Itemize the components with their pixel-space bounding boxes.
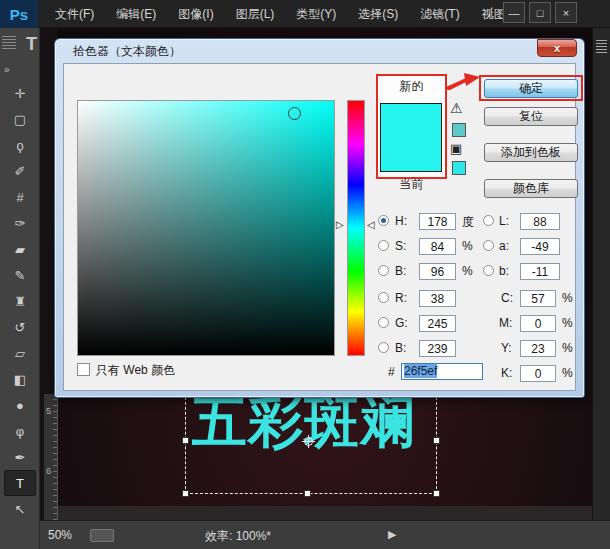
panel-lines-icon[interactable] bbox=[596, 40, 607, 54]
h-input[interactable] bbox=[419, 213, 456, 230]
menu-file[interactable]: 文件(F) bbox=[44, 6, 105, 23]
dialog-close-button[interactable]: x bbox=[537, 39, 577, 57]
k-unit: % bbox=[562, 366, 573, 380]
l-input[interactable] bbox=[520, 213, 560, 230]
menu-filter[interactable]: 滤镜(T) bbox=[409, 6, 470, 23]
history-brush-icon: ↺ bbox=[15, 320, 26, 335]
pen-tool[interactable]: ✒ bbox=[4, 444, 36, 470]
type-tool[interactable]: T bbox=[4, 470, 36, 496]
lab-b-radio[interactable] bbox=[483, 265, 494, 276]
photoshop-logo: Ps bbox=[0, 0, 38, 28]
g-label: G: bbox=[395, 316, 408, 330]
g-input[interactable] bbox=[419, 315, 456, 332]
web-safe-cube-icon[interactable]: ▣ bbox=[450, 141, 462, 156]
color-libraries-button[interactable]: 颜色库 bbox=[484, 179, 578, 198]
paint-bucket-tool[interactable]: ◧ bbox=[4, 366, 36, 392]
eraser-tool[interactable]: ▱ bbox=[4, 340, 36, 366]
lasso-icon: ϙ bbox=[16, 138, 23, 153]
history-brush-tool[interactable]: ↺ bbox=[4, 314, 36, 340]
transform-handle[interactable] bbox=[182, 437, 189, 444]
blur-tool[interactable]: ● bbox=[4, 392, 36, 418]
s-unit: % bbox=[462, 239, 473, 253]
s-label: S: bbox=[395, 239, 406, 253]
b-brightness-radio[interactable] bbox=[378, 265, 389, 276]
maximize-button[interactable]: □ bbox=[529, 2, 551, 23]
web-safe-color-swatch[interactable] bbox=[452, 161, 466, 175]
menu-edit[interactable]: 编辑(E) bbox=[105, 6, 167, 23]
b-blue-radio[interactable] bbox=[378, 342, 389, 353]
new-color-swatch bbox=[381, 104, 441, 138]
close-button[interactable]: × bbox=[555, 2, 577, 23]
y-input[interactable] bbox=[520, 340, 556, 357]
status-bar: 50% 效率: 100%* ▶ bbox=[40, 520, 610, 549]
current-color-swatch[interactable] bbox=[381, 138, 441, 172]
b-blue-label: B: bbox=[395, 341, 406, 355]
lab-b-input[interactable] bbox=[520, 263, 560, 280]
lasso-tool[interactable]: ϙ bbox=[4, 132, 36, 158]
ok-button[interactable]: 确定 bbox=[484, 79, 578, 98]
s-radio[interactable] bbox=[378, 240, 389, 251]
blur-icon: ● bbox=[16, 398, 24, 413]
y-label: Y: bbox=[501, 341, 512, 355]
k-input[interactable] bbox=[520, 365, 556, 382]
b-brightness-input[interactable] bbox=[419, 263, 456, 280]
menu-type[interactable]: 类型(Y) bbox=[285, 6, 347, 23]
y-unit: % bbox=[562, 341, 573, 355]
menu-layer[interactable]: 图层(L) bbox=[225, 6, 286, 23]
status-options-arrow-icon[interactable]: ▶ bbox=[388, 528, 396, 541]
transform-handle[interactable] bbox=[433, 490, 440, 497]
marquee-tool[interactable]: ▢ bbox=[4, 106, 36, 132]
menu-overflow-icon[interactable]: ⋮ bbox=[486, 5, 498, 19]
a-input[interactable] bbox=[520, 238, 560, 255]
quick-selection-tool[interactable]: ✐ bbox=[4, 158, 36, 184]
brush-icon: ✎ bbox=[15, 268, 26, 283]
eyedropper-tool[interactable]: ✑ bbox=[4, 210, 36, 236]
add-to-swatches-button[interactable]: 添加到色板 bbox=[484, 143, 578, 162]
transform-handle[interactable] bbox=[433, 437, 440, 444]
clone-stamp-icon: ♜ bbox=[14, 294, 26, 309]
clone-stamp-tool[interactable]: ♜ bbox=[4, 288, 36, 314]
l-radio[interactable] bbox=[483, 215, 494, 226]
menu-image[interactable]: 图像(I) bbox=[167, 6, 224, 23]
gamut-safe-color-swatch[interactable] bbox=[452, 123, 466, 137]
r-radio[interactable] bbox=[378, 292, 389, 303]
canvas-bottom-band bbox=[58, 506, 610, 520]
zoom-level-field[interactable]: 50% bbox=[48, 528, 72, 542]
panel-collapse-icon[interactable]: » bbox=[4, 64, 10, 75]
move-tool[interactable]: ✛ bbox=[4, 80, 36, 106]
vertical-ruler: 5 6 bbox=[44, 394, 58, 520]
dodge-tool[interactable]: φ bbox=[4, 418, 36, 444]
r-input[interactable] bbox=[419, 290, 456, 307]
ruler-mark: 6 bbox=[46, 466, 51, 476]
healing-brush-tool[interactable]: ▰ bbox=[4, 236, 36, 262]
c-unit: % bbox=[562, 291, 573, 305]
eyedropper-icon: ✑ bbox=[15, 216, 26, 231]
tools-panel: T » ✛ ▢ ϙ ✐ # ✑ ▰ ✎ ♜ ↺ ▱ ◧ ● φ ✒ T ↖ bbox=[0, 28, 40, 549]
efficiency-status: 效率: 100%* bbox=[205, 528, 271, 545]
minimize-button[interactable]: — bbox=[503, 2, 525, 23]
transform-bounding-box[interactable] bbox=[185, 392, 437, 494]
s-input[interactable] bbox=[419, 238, 456, 255]
m-unit: % bbox=[562, 316, 573, 330]
path-selection-tool[interactable]: ↖ bbox=[4, 496, 36, 522]
new-color-label: 新的 bbox=[376, 78, 447, 95]
b-blue-input[interactable] bbox=[419, 340, 456, 357]
a-radio[interactable] bbox=[483, 240, 494, 251]
reset-button[interactable]: 复位 bbox=[484, 107, 578, 126]
h-radio[interactable] bbox=[378, 215, 389, 226]
b-brightness-unit: % bbox=[462, 264, 473, 278]
transform-handle[interactable] bbox=[304, 490, 311, 497]
menu-select[interactable]: 选择(S) bbox=[347, 6, 409, 23]
transform-handle[interactable] bbox=[182, 490, 189, 497]
gamut-warning-icon[interactable]: ⚠ bbox=[450, 100, 463, 116]
crop-tool[interactable]: # bbox=[4, 184, 36, 210]
dodge-icon: φ bbox=[16, 424, 24, 439]
dialog-body: ▷ ◁ 只有 Web 颜色 新的 当前 ⚠ ▣ 确定 复位 添加到色板 颜色库 … bbox=[63, 63, 576, 391]
color-picker-dialog: 拾色器（文本颜色） x ▷ ◁ 只有 Web 颜色 新的 当前 ⚠ ▣ 确定 复… bbox=[54, 38, 585, 398]
c-input[interactable] bbox=[520, 290, 556, 307]
g-radio[interactable] bbox=[378, 317, 389, 328]
color-field-marker[interactable] bbox=[288, 107, 301, 120]
brush-tool[interactable]: ✎ bbox=[4, 262, 36, 288]
m-input[interactable] bbox=[520, 315, 556, 332]
type-options-icon: T bbox=[26, 34, 37, 55]
